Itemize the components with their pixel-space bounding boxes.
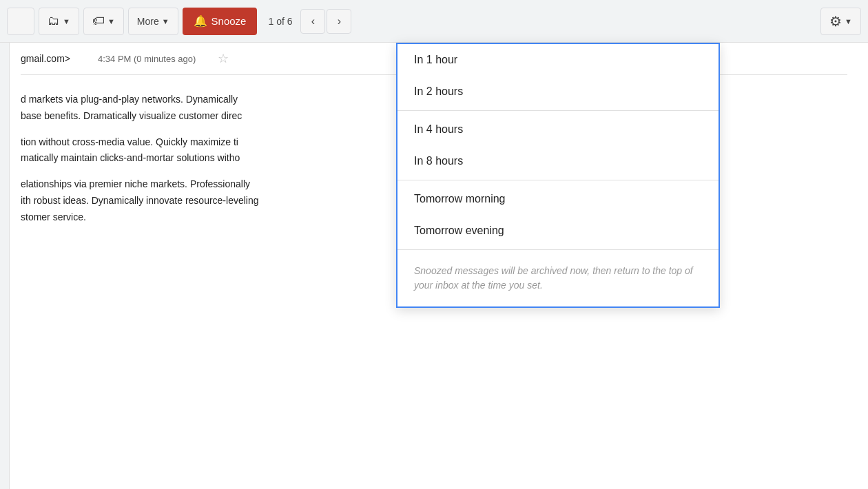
gear-icon: ⚙: [829, 13, 842, 30]
snooze-dropdown: In 1 hour In 2 hours In 4 hours In 8 hou…: [396, 43, 720, 308]
sender-info: gmail.com>: [21, 53, 70, 64]
snooze-8hours[interactable]: In 8 hours: [397, 145, 719, 177]
snooze-tomorrow-evening[interactable]: Tomorrow evening: [397, 215, 719, 247]
email-timestamp: 4:34 PM (0 minutes ago): [98, 54, 196, 64]
gear-chevron: ▼: [845, 17, 852, 25]
tag-icon: 🏷: [92, 14, 105, 28]
prev-button[interactable]: ‹: [300, 9, 325, 34]
snooze-label: Snooze: [211, 15, 247, 27]
pagination: 1 of 6 ‹ ›: [261, 9, 351, 34]
pagination-text: 1 of 6: [261, 16, 299, 27]
folder-button[interactable]: 🗂 ▼: [39, 8, 79, 35]
next-button[interactable]: ›: [327, 9, 351, 34]
settings-button[interactable]: ⚙ ▼: [820, 8, 861, 35]
more-label: More: [137, 16, 159, 27]
label-chevron: ▼: [107, 17, 115, 25]
archive-area: [7, 8, 34, 35]
snooze-note: Snoozed messages will be archived now, t…: [397, 253, 719, 306]
folder-icon: 🗂: [48, 14, 60, 28]
toolbar: 🗂 ▼ 🏷 ▼ More ▼ 🔔 Snooze 1 of 6 ‹ › ⚙ ▼: [0, 0, 868, 43]
star-button[interactable]: ☆: [218, 51, 229, 66]
more-chevron: ▼: [162, 17, 169, 25]
left-sidebar-bar: [0, 43, 10, 489]
snooze-tomorrow-morning[interactable]: Tomorrow morning: [397, 183, 719, 215]
snooze-divider-3: [397, 249, 719, 250]
bell-icon: 🔔: [194, 14, 207, 28]
snooze-2hours[interactable]: In 2 hours: [397, 76, 719, 107]
snooze-1hour[interactable]: In 1 hour: [397, 44, 719, 76]
folder-chevron: ▼: [63, 17, 70, 25]
snooze-4hours[interactable]: In 4 hours: [397, 114, 719, 145]
snooze-divider-2: [397, 180, 719, 180]
snooze-button[interactable]: 🔔 Snooze: [183, 8, 258, 35]
more-button[interactable]: More ▼: [128, 8, 178, 35]
label-button[interactable]: 🏷 ▼: [83, 8, 124, 35]
snooze-divider-1: [397, 110, 719, 111]
